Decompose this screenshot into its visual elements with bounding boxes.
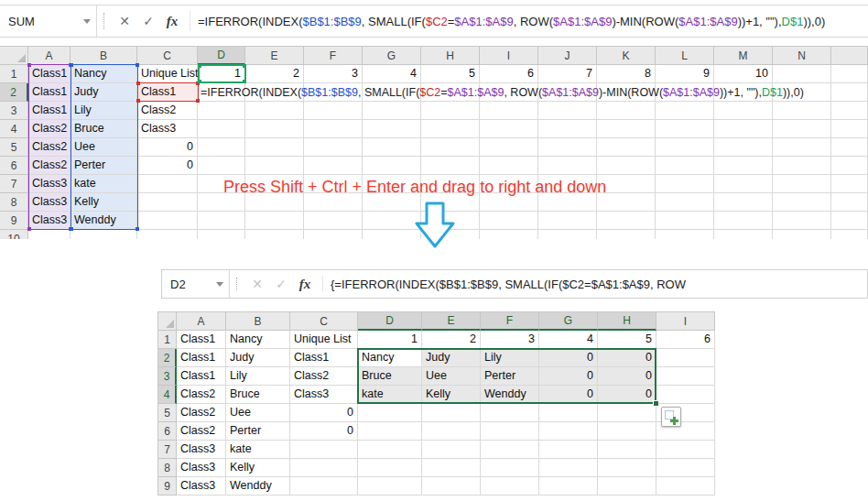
- cell-H5[interactable]: [421, 138, 480, 157]
- cell-X7[interactable]: [831, 175, 868, 193]
- cell-C3[interactable]: Class2: [137, 102, 198, 120]
- cell-X10[interactable]: [831, 230, 868, 239]
- cell-E9[interactable]: [245, 212, 304, 230]
- cell-K10[interactable]: [597, 230, 656, 239]
- row-header-6[interactable]: 6: [0, 157, 28, 175]
- cell-F1[interactable]: 3: [304, 65, 363, 83]
- col-header-A[interactable]: A: [177, 312, 226, 331]
- cell-A8[interactable]: Class3: [28, 193, 71, 212]
- col-header-K[interactable]: K: [597, 47, 656, 65]
- cell-N1[interactable]: [773, 65, 831, 83]
- cell-G6[interactable]: [363, 157, 421, 175]
- cell-K1[interactable]: 8: [597, 65, 656, 83]
- cell-B8[interactable]: Kelly: [226, 459, 290, 477]
- cell-E1[interactable]: 2: [245, 65, 304, 83]
- col-header-D[interactable]: D: [198, 47, 245, 65]
- cell-F6[interactable]: [481, 422, 539, 441]
- cell-I1[interactable]: 6: [656, 331, 715, 349]
- cell-M8[interactable]: [714, 193, 773, 212]
- cancel-button[interactable]: ✕: [245, 270, 269, 298]
- cell-A6[interactable]: Class2: [177, 422, 226, 441]
- cell-X4[interactable]: [831, 120, 868, 138]
- cell-M1[interactable]: 10: [714, 65, 773, 83]
- cell-G9[interactable]: [539, 477, 598, 496]
- cell-M4[interactable]: [714, 120, 773, 138]
- cell-I6[interactable]: [480, 157, 538, 175]
- row-header-10[interactable]: 10: [0, 230, 28, 239]
- cell-B10[interactable]: [71, 230, 137, 239]
- col-header-A[interactable]: A: [28, 47, 71, 65]
- cell-F5[interactable]: [481, 404, 539, 422]
- cell-B3[interactable]: Lily: [226, 367, 290, 386]
- row-header-7[interactable]: 7: [158, 441, 177, 459]
- cell-B2[interactable]: Judy: [226, 349, 290, 367]
- cell-B7[interactable]: kate: [71, 175, 137, 193]
- col-header-B[interactable]: B: [71, 47, 137, 65]
- cell-M3[interactable]: [714, 102, 773, 120]
- cell-L1[interactable]: 9: [656, 65, 714, 83]
- cell-C7[interactable]: [290, 441, 358, 459]
- col-header-H[interactable]: H: [598, 312, 656, 331]
- row-header-1[interactable]: 1: [158, 331, 177, 349]
- cell-B7[interactable]: kate: [226, 441, 290, 459]
- cell-D6[interactable]: [198, 157, 245, 175]
- cell-E5[interactable]: [245, 138, 304, 157]
- cell-F10[interactable]: [304, 230, 363, 239]
- row-header-8[interactable]: 8: [0, 193, 28, 212]
- insert-function-button[interactable]: fx: [293, 270, 317, 298]
- cell-L7[interactable]: [656, 175, 714, 193]
- cell-D9[interactable]: [198, 212, 245, 230]
- cell-H3[interactable]: 0: [598, 367, 656, 386]
- cell-D4[interactable]: [198, 120, 245, 138]
- cell-G6[interactable]: [539, 422, 598, 441]
- cell-A9[interactable]: Class3: [177, 477, 226, 496]
- cell-N10[interactable]: [773, 230, 831, 239]
- cell-H4[interactable]: 0: [598, 386, 656, 404]
- cell-F3[interactable]: Perter: [481, 367, 539, 386]
- name-box-dropdown-icon[interactable]: [78, 19, 96, 24]
- cell-G5[interactable]: [539, 404, 598, 422]
- cell-J4[interactable]: [538, 120, 597, 138]
- cell-I7[interactable]: [656, 441, 715, 459]
- cell-A1[interactable]: Class1: [177, 331, 226, 349]
- cell-A10[interactable]: [28, 230, 71, 239]
- cell-A1[interactable]: Class1: [28, 65, 71, 83]
- cell-B5[interactable]: Uee: [71, 138, 137, 157]
- cell-N5[interactable]: [773, 138, 831, 157]
- row-header-3[interactable]: 3: [0, 102, 28, 120]
- cell-D3[interactable]: Bruce: [358, 367, 422, 386]
- col-header-L[interactable]: L: [656, 47, 714, 65]
- cell-C4[interactable]: Class3: [290, 386, 358, 404]
- cell-C3[interactable]: Class2: [290, 367, 358, 386]
- cell-F6[interactable]: [304, 157, 363, 175]
- cell-G2[interactable]: 0: [539, 349, 598, 367]
- cell-K9[interactable]: [597, 212, 656, 230]
- cell-I9[interactable]: [656, 477, 715, 496]
- cell-B4[interactable]: Bruce: [71, 120, 137, 138]
- col-header-E[interactable]: E: [422, 312, 481, 331]
- insert-function-button[interactable]: fx: [160, 5, 184, 37]
- cell-A5[interactable]: Class2: [28, 138, 71, 157]
- cell-G9[interactable]: [363, 212, 421, 230]
- cell-G10[interactable]: [363, 230, 421, 239]
- cell-N8[interactable]: [773, 193, 831, 212]
- in-cell-formula[interactable]: =IFERROR(INDEX($B$1:$B$9, SMALL(IF($C2=$…: [201, 83, 804, 101]
- cell-I3[interactable]: [480, 102, 538, 120]
- cell-G3[interactable]: 0: [539, 367, 598, 386]
- cell-J5[interactable]: [538, 138, 597, 157]
- cell-I1[interactable]: 6: [480, 65, 538, 83]
- cell-H1[interactable]: 5: [421, 65, 480, 83]
- row-header-1[interactable]: 1: [0, 65, 28, 83]
- cell-K5[interactable]: [597, 138, 656, 157]
- cell-K4[interactable]: [597, 120, 656, 138]
- cell-J9[interactable]: [538, 212, 597, 230]
- col-header-M[interactable]: M: [714, 47, 773, 65]
- cell-I2[interactable]: [656, 349, 715, 367]
- row-header-3[interactable]: 3: [158, 367, 177, 386]
- cell-M6[interactable]: [714, 157, 773, 175]
- cell-N6[interactable]: [773, 157, 831, 175]
- cell-G5[interactable]: [363, 138, 421, 157]
- cell-B2[interactable]: Judy: [71, 83, 137, 102]
- col-header-G[interactable]: G: [363, 47, 421, 65]
- row-header-6[interactable]: 6: [158, 422, 177, 441]
